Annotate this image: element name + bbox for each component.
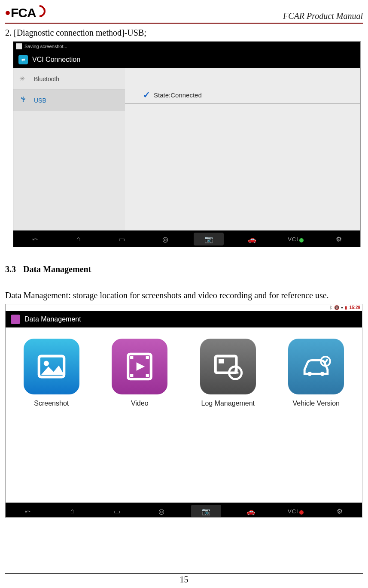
sidebar-item-label: Bluetooth xyxy=(34,76,59,82)
vci-label: VCI xyxy=(288,236,298,242)
sidebar-item-bluetooth[interactable]: ✳ Bluetooth xyxy=(13,68,125,90)
svg-rect-4 xyxy=(146,356,149,359)
home-icon: ⌂ xyxy=(76,235,81,243)
video-tile[interactable]: Video xyxy=(109,339,171,407)
connection-state-row: ✓ State:Connected xyxy=(125,90,360,104)
bluetooth-icon: ✳ xyxy=(19,75,27,83)
vehicle-tile-icon-box xyxy=(288,339,344,394)
svg-point-11 xyxy=(320,372,325,376)
car-icon: 🚗 xyxy=(246,507,255,515)
nav-back-button[interactable]: ⤺ xyxy=(13,505,43,518)
tile-grid: Screenshot Video Log Management Vehicle … xyxy=(6,327,362,407)
svg-rect-7 xyxy=(216,356,237,373)
car-check-icon xyxy=(299,350,333,383)
log-clock-icon xyxy=(211,350,245,383)
nav-camera-button[interactable]: 📷 xyxy=(194,233,224,246)
gear-icon: ⚙ xyxy=(336,235,342,243)
page-number: 15 xyxy=(180,575,189,584)
svg-point-10 xyxy=(308,372,312,376)
picture-icon xyxy=(35,350,68,383)
browser-icon: ◎ xyxy=(162,235,168,243)
status-saving-text: Saving screenshot... xyxy=(24,44,67,49)
log-management-tile[interactable]: Log Management xyxy=(197,339,259,407)
sidebar-item-usb[interactable]: USB xyxy=(13,90,125,111)
screenshot-tile[interactable]: Screenshot xyxy=(20,339,83,407)
nav-vehicle-button[interactable]: 🚗 xyxy=(237,233,267,246)
manual-title: FCAR Product Manual xyxy=(283,11,363,21)
fcar-logo: •FCA xyxy=(5,4,46,21)
tile-label: Vehicle Version xyxy=(285,400,348,407)
vci-status-dot-green xyxy=(299,238,304,242)
home-icon: ⌂ xyxy=(70,507,75,515)
data-mgmt-app-icon xyxy=(11,315,20,324)
video-tile-icon-box xyxy=(112,339,167,394)
sidebar-item-label: USB xyxy=(34,97,46,104)
svg-rect-5 xyxy=(130,374,133,377)
log-tile-icon-box xyxy=(200,339,256,394)
page-header: •FCA FCAR Product Manual xyxy=(5,4,363,24)
gear-icon: ⚙ xyxy=(337,507,343,515)
nav-camera-button[interactable]: 📷 xyxy=(191,505,221,518)
svg-rect-8 xyxy=(219,359,224,364)
android-statusbar: Saving screenshot... xyxy=(13,42,360,51)
tile-label: Screenshot xyxy=(20,400,83,407)
nav-back-button[interactable]: ⤺ xyxy=(20,233,50,246)
car-icon: 🚗 xyxy=(248,235,256,243)
film-icon xyxy=(123,350,156,383)
tile-label: Video xyxy=(109,400,171,407)
checkmark-icon: ✓ xyxy=(143,90,150,100)
bottom-navbar-2: ⤺ ⌂ ▭ ◎ 📷 🚗 VCI ⚙ xyxy=(6,503,362,518)
battery-status-icon: ▮ xyxy=(345,305,347,310)
wifi-status-icon: ▾ xyxy=(341,305,343,310)
svg-point-1 xyxy=(43,361,49,366)
data-mgmt-appbar-title: Data Management xyxy=(24,315,81,323)
nav-home-button[interactable]: ⌂ xyxy=(58,505,88,518)
android-statusbar-2: ᛒ 🔇 ▾ ▮ 15:29 xyxy=(6,304,362,311)
connection-sidebar: ✳ Bluetooth USB xyxy=(13,68,125,230)
logo-text: FCA xyxy=(11,6,36,20)
nav-browser-button[interactable]: ◎ xyxy=(150,233,180,246)
data-mgmt-appbar: Data Management xyxy=(6,311,362,327)
nav-vci-button[interactable]: VCI xyxy=(280,233,310,246)
page-footer: 15 xyxy=(5,573,363,585)
nav-browser-button[interactable]: ◎ xyxy=(146,505,176,518)
vci-app-icon: ⇄ xyxy=(18,55,28,64)
recent-apps-icon: ▭ xyxy=(119,235,125,243)
recent-apps-icon: ▭ xyxy=(114,507,120,515)
nav-vehicle-button[interactable]: 🚗 xyxy=(236,505,266,518)
vehicle-version-tile[interactable]: Vehicle Version xyxy=(285,339,348,407)
nav-home-button[interactable]: ⌂ xyxy=(64,233,94,246)
screenshot-indicator-icon xyxy=(16,43,22,49)
section-number: 3.3 xyxy=(5,264,16,274)
vci-label: VCI xyxy=(288,508,298,515)
nav-vci-button[interactable]: VCI xyxy=(280,505,310,518)
nav-recent-button[interactable]: ▭ xyxy=(102,505,132,518)
bottom-navbar: ⤺ ⌂ ▭ ◎ 📷 🚗 VCI ⚙ xyxy=(13,230,360,247)
data-management-screenshot: ᛒ 🔇 ▾ ▮ 15:29 Data Management Screenshot… xyxy=(5,304,362,518)
statusbar-clock: 15:29 xyxy=(349,305,360,310)
svg-rect-3 xyxy=(130,356,133,359)
mute-status-icon: 🔇 xyxy=(334,305,339,310)
camera-icon: 📷 xyxy=(202,507,210,515)
vci-appbar: ⇄ VCI Connection xyxy=(13,51,360,68)
bluetooth-status-icon: ᛒ xyxy=(330,305,332,310)
usb-icon xyxy=(19,96,27,105)
tile-label: Log Management xyxy=(197,400,259,407)
connection-main-pane: ✓ State:Connected xyxy=(125,68,360,230)
vci-connection-screenshot: Saving screenshot... ⇄ VCI Connection ✳ … xyxy=(13,41,361,247)
vci-status-dot-red xyxy=(299,510,304,515)
vci-appbar-title: VCI Connection xyxy=(32,56,80,64)
section-3-3-heading: 3.3 Data Management xyxy=(5,264,363,274)
camera-icon: 📷 xyxy=(204,235,213,243)
connection-state-label: State:Connected xyxy=(154,91,202,99)
back-arrow-icon: ⤺ xyxy=(25,507,30,515)
back-arrow-icon: ⤺ xyxy=(32,235,38,243)
screenshot-tile-icon-box xyxy=(24,339,79,394)
nav-recent-button[interactable]: ▭ xyxy=(107,233,137,246)
step-2-text: 2. [Diagnostic connection method]-USB; xyxy=(5,28,363,38)
nav-settings-button[interactable]: ⚙ xyxy=(324,233,354,246)
section-description: Data Management: storage location for sc… xyxy=(5,291,363,300)
nav-settings-button[interactable]: ⚙ xyxy=(325,505,355,518)
browser-icon: ◎ xyxy=(158,507,164,515)
svg-rect-6 xyxy=(146,374,149,377)
